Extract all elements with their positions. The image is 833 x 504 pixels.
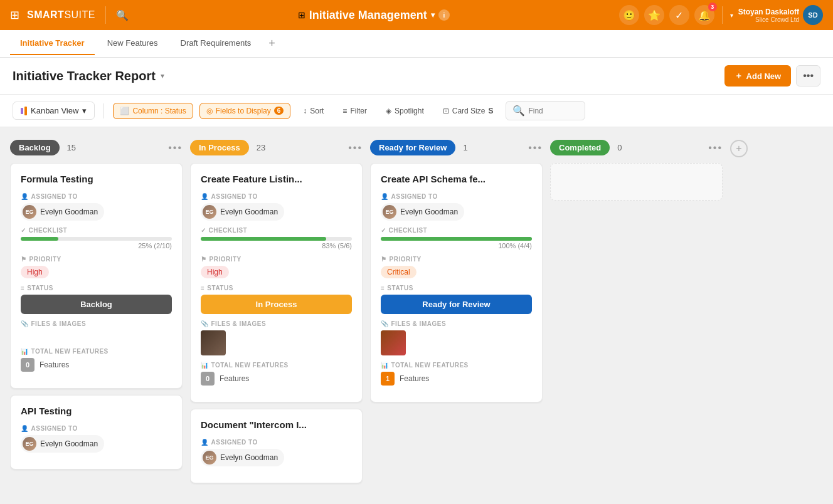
features-field: 📊 TOTAL NEW FEATURES 0 Features — [21, 348, 172, 372]
view-selector[interactable]: Kanban View ▾ — [13, 102, 95, 120]
assignee-name: Evelyn Goodman — [40, 439, 98, 448]
column-count-completed: 0 — [617, 143, 622, 152]
priority-badge: Critical — [381, 266, 416, 278]
card-formula-testing: Formula Testing 👤 ASSIGNED TO EG Evelyn … — [10, 163, 183, 389]
column-menu-ready[interactable]: ••• — [528, 142, 543, 154]
assignee-chip: EG Evelyn Goodman — [201, 449, 284, 466]
sort-icon: ↕ — [303, 107, 307, 115]
nav-center: ⊞ Initiative Management ▾ i — [136, 9, 612, 22]
features-area: 1 Features — [381, 372, 532, 386]
find-input[interactable] — [528, 107, 578, 115]
more-options-button[interactable]: ••• — [796, 65, 820, 87]
status-badge-ready[interactable]: Ready for Review — [381, 295, 532, 314]
paperclip-icon: 📎 — [21, 320, 29, 327]
file-thumbnail[interactable] — [201, 330, 226, 355]
files-field: 📎 FILES & IMAGES — [201, 320, 352, 355]
add-column-button[interactable]: + — [730, 140, 748, 157]
emoji-icon[interactable]: 🙂 — [619, 5, 639, 25]
column-label-backlog: Backlog — [10, 140, 60, 155]
app-title: Initiative Management ▾ i — [309, 9, 450, 22]
find-input-wrap: 🔍 — [506, 101, 585, 120]
bell-icon[interactable]: 🔔 3 — [694, 5, 714, 25]
column-menu-backlog[interactable]: ••• — [168, 142, 183, 154]
files-field: 📎 FILES & IMAGES — [21, 320, 172, 342]
progress-bar — [201, 237, 326, 241]
title-dropdown-icon[interactable]: ▾ — [431, 11, 435, 19]
user-avatar[interactable]: SD — [803, 5, 823, 25]
column-menu-in-process[interactable]: ••• — [348, 142, 363, 154]
info-icon[interactable]: i — [438, 9, 450, 21]
person-icon: 👤 — [201, 439, 209, 446]
paperclip-icon: 📎 — [381, 320, 389, 327]
fields-button[interactable]: ◎ Fields to Display 6 — [199, 103, 291, 119]
user-name: Stoyan Daskaloff — [738, 8, 799, 16]
progress-text: 25% (2/10) — [21, 242, 172, 249]
files-area — [21, 330, 172, 342]
features-area: 0 Features — [201, 372, 352, 386]
spotlight-button[interactable]: ◈ Spotlight — [379, 103, 430, 118]
column-header-completed: Completed 0 ••• — [550, 137, 723, 158]
grid-icon[interactable]: ⊞ — [10, 8, 19, 22]
user-info: Stoyan Daskaloff Slice Crowd Ltd — [738, 8, 799, 23]
tab-bar: Initiative Tracker New Features Draft Re… — [0, 30, 833, 58]
feature-label: Features — [40, 360, 69, 369]
check-icon[interactable]: ✓ — [669, 5, 689, 25]
notification-badge: 3 — [708, 3, 717, 11]
assignee-name: Evelyn Goodman — [400, 207, 458, 216]
add-tab-icon[interactable]: + — [263, 33, 280, 54]
files-label: 📎 FILES & IMAGES — [381, 320, 532, 327]
kanban-board: Backlog 15 ••• Formula Testing 👤 ASSIGNE… — [0, 127, 833, 493]
assigned-to-label: 👤 ASSIGNED TO — [201, 439, 352, 446]
column-header-ready: Ready for Review 1 ••• — [370, 137, 543, 158]
status-field: ≡ STATUS Ready for Review — [381, 285, 532, 314]
fields-count-badge: 6 — [274, 107, 284, 115]
tab-draft-requirements[interactable]: Draft Requirements — [171, 32, 262, 55]
assignee-name: Evelyn Goodman — [40, 207, 98, 216]
card-size-button[interactable]: ⊡ Card Size S — [437, 103, 500, 118]
person-icon: 👤 — [381, 193, 389, 200]
column-label-in-process: In Process — [190, 140, 249, 155]
avatar: EG — [203, 451, 216, 465]
search-icon[interactable]: 🔍 — [116, 9, 129, 21]
nav-user-dropdown-icon[interactable]: ▾ — [730, 12, 733, 19]
column-count-ready: 1 — [463, 143, 467, 152]
tab-initiative-tracker[interactable]: Initiative Tracker — [10, 32, 95, 55]
column-menu-completed[interactable]: ••• — [708, 142, 723, 154]
sort-button[interactable]: ↕ Sort — [297, 103, 330, 118]
column-count-backlog: 15 — [67, 143, 76, 152]
column-filter-button[interactable]: ⬜ Column : Status — [113, 103, 193, 119]
assigned-to-field: 👤 ASSIGNED TO EG Evelyn Goodman — [21, 193, 172, 221]
toolbar-divider-1 — [103, 103, 104, 118]
status-badge-backlog[interactable]: Backlog — [21, 295, 172, 314]
star-icon[interactable]: ⭐ — [644, 5, 664, 25]
files-area — [381, 330, 532, 355]
add-new-button[interactable]: ＋ Add New — [724, 65, 792, 87]
avatar: EG — [383, 205, 396, 219]
column-in-process: In Process 23 ••• Create Feature Listin.… — [190, 137, 363, 493]
kanban-view-icon — [21, 107, 27, 115]
assignee-chip: EG Evelyn Goodman — [21, 435, 104, 453]
tab-new-features[interactable]: New Features — [97, 32, 168, 55]
nav-divider-2 — [722, 6, 723, 24]
features-field: 📊 TOTAL NEW FEATURES 0 Features — [201, 362, 352, 386]
spotlight-icon: ◈ — [386, 107, 391, 115]
check-icon: ✓ — [381, 227, 386, 234]
file-thumbnail[interactable] — [381, 330, 406, 355]
page-title-chevron-icon[interactable]: ▾ — [161, 71, 164, 80]
card-title: Formula Testing — [21, 174, 172, 184]
view-label: Kanban View — [31, 106, 78, 115]
status-field: ≡ STATUS Backlog — [21, 285, 172, 314]
assignee-chip: EG Evelyn Goodman — [201, 203, 284, 221]
files-label: 📎 FILES & IMAGES — [21, 320, 172, 327]
assigned-to-field: 👤 ASSIGNED TO EG Evelyn Goodman — [381, 193, 532, 221]
card-size-icon: ⊡ — [443, 107, 449, 115]
priority-field: ⚑ PRIORITY High — [21, 256, 172, 278]
card-title: Create Feature Listin... — [201, 174, 352, 184]
filter-button[interactable]: ≡ Filter — [336, 103, 373, 118]
user-profile[interactable]: Stoyan Daskaloff Slice Crowd Ltd SD — [738, 5, 823, 25]
status-badge-in-process[interactable]: In Process — [201, 295, 352, 314]
column-label-ready: Ready for Review — [370, 140, 455, 155]
progress-bar — [381, 237, 532, 241]
nav-divider-1 — [105, 6, 106, 24]
features-field: 📊 TOTAL NEW FEATURES 1 Features — [381, 362, 532, 386]
